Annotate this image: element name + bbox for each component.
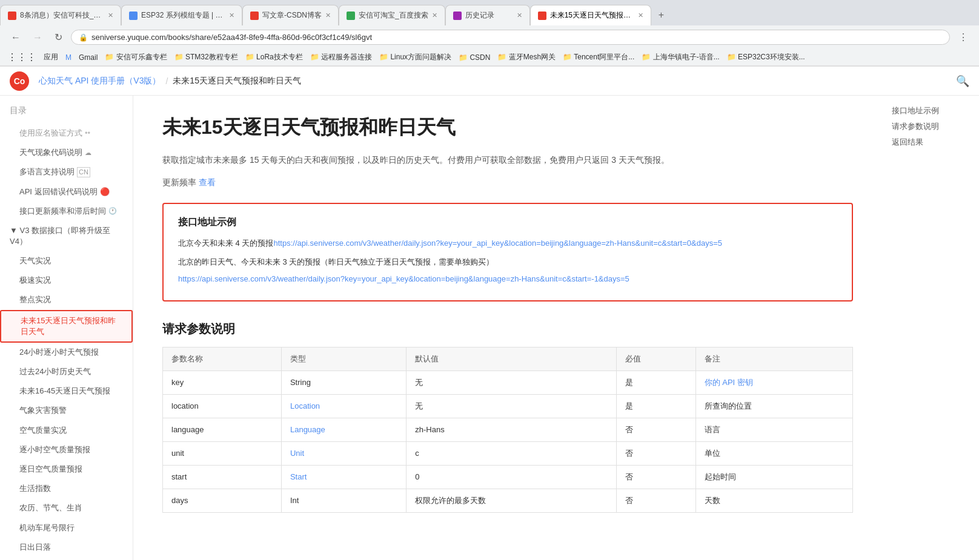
table-row: key String 无 是 你的 API 密钥 [163, 371, 853, 394]
tab-close-5[interactable]: ✕ [517, 12, 522, 19]
sidebar-item-car-limit[interactable]: 机动车尾号限行 [0, 518, 133, 538]
address-bar[interactable]: 🔒 [71, 30, 950, 45]
tab-favicon-2 [129, 12, 138, 20]
api-link-2[interactable]: https://api.seniverse.com/v3/weather/dai… [178, 274, 629, 283]
bookmark-apps[interactable]: 应用 [44, 52, 58, 62]
tab-close-2[interactable]: ✕ [229, 12, 234, 19]
sidebar-item-weather-icon[interactable]: 天气现象代码说明 ☁ [0, 143, 133, 162]
bookmark-mesh[interactable]: 📁 蓝牙Mesh网关 [497, 52, 556, 62]
breadcrumb-parent[interactable]: 心知天气 API 使用手册（V3版） [39, 76, 161, 87]
param-default-language: zh-Hans [407, 418, 617, 441]
param-note-unit: 单位 [695, 441, 852, 465]
v3-group-label: ▼ V3 数据接口（即将升级至V4） [10, 225, 123, 247]
bookmark-tencent[interactable]: 📁 Tencent阿里平台... [563, 52, 634, 62]
tab-favicon-5 [453, 12, 462, 20]
sidebar-item-update-freq[interactable]: 接口更新频率和滞后时间 🕐 [0, 202, 133, 221]
api-key-link[interactable]: 你的 API 密钥 [705, 378, 753, 387]
browser-search-button[interactable]: ⋮ [955, 29, 972, 45]
param-note-key: 你的 API 密钥 [695, 371, 852, 394]
sidebar-item-api-error[interactable]: API 返回错误代码说明 🔴 [0, 182, 133, 202]
sidebar-item-weather-24h[interactable]: 24小时逐小时天气预报 [0, 343, 133, 362]
browser-tab-3[interactable]: 写文章-CSDN博客 ✕ [242, 5, 339, 25]
header-search-icon[interactable]: 🔍 [956, 74, 969, 88]
browser-tab-1[interactable]: 8条消息）安信可科技_安信可... ✕ [0, 5, 121, 25]
toc-item-api-example[interactable]: 接口地址示例 [892, 105, 969, 116]
sidebar-item-weather-15day[interactable]: 未来15天逐日天气预报和昨日天气 [0, 310, 133, 343]
unit-type-link[interactable]: Unit [290, 449, 304, 458]
param-name-unit: unit [163, 441, 282, 465]
tab-label-3: 写文章-CSDN博客 [262, 10, 322, 21]
bookmark-gmail[interactable]: Gmail [79, 53, 98, 62]
address-input[interactable] [91, 33, 942, 42]
sidebar-item-weather-fast[interactable]: 极速实况 [0, 271, 133, 290]
sidebar-item-air-hourly[interactable]: 逐小时空气质量预报 [0, 440, 133, 460]
browser-tab-4[interactable]: 安信可淘宝_百度搜索 ✕ [339, 5, 445, 25]
browser-tab-2[interactable]: ESP32 系列模组专题 | 安信可科... ✕ [121, 5, 242, 25]
tab-favicon-3 [250, 12, 259, 20]
sidebar-item-weather-now[interactable]: 天气实况 [0, 251, 133, 271]
update-freq-text: 更新频率 [162, 177, 196, 187]
param-type-location: Location [281, 394, 406, 418]
update-freq-line: 更新频率 查看 [162, 177, 853, 188]
tab-label-2: ESP32 系列模组专题 | 安信可科... [141, 10, 225, 21]
param-required-location: 是 [617, 394, 696, 418]
browser-tab-5[interactable]: 历史记录 ✕ [445, 5, 530, 25]
forward-button[interactable]: → [29, 30, 46, 45]
bookmark-stm32[interactable]: 📁 STM32教程专栏 [174, 52, 238, 62]
param-note-start: 起始时间 [695, 465, 852, 489]
bookmark-linux[interactable]: 📁 Linux方面问题解决 [379, 52, 451, 62]
param-note-language: 语言 [695, 418, 852, 441]
bookmarks-bar: ⋮⋮⋮ 应用 M Gmail 📁 安信可乐鑫专栏 📁 STM32教程专栏 📁 L… [0, 49, 979, 66]
tab-close-1[interactable]: ✕ [108, 12, 113, 19]
apps-icon[interactable]: ⋮⋮⋮ [7, 51, 36, 63]
bookmark-csdn[interactable]: 📁 CSDN [459, 53, 490, 62]
sidebar-item-weather-disaster[interactable]: 气象灾害预警 [0, 401, 133, 420]
tab-close-4[interactable]: ✕ [432, 12, 437, 19]
breadcrumb-current: 未来15天逐日天气预报和昨日天气 [173, 76, 301, 87]
language-type-link[interactable]: Language [290, 425, 325, 434]
sidebar-item-sunrise[interactable]: 日出日落 [0, 538, 133, 557]
sidebar-item-auth[interactable]: 使用应名验证方式 •• [0, 124, 133, 143]
bookmark-anxinke[interactable]: 📁 安信可乐鑫专栏 [105, 52, 167, 62]
browser-chrome: 8条消息）安信可科技_安信可... ✕ ESP32 系列模组专题 | 安信可科.… [0, 0, 979, 67]
sidebar-item-moon[interactable]: 月出月落和月相 [0, 557, 133, 560]
sidebar-item-weather-hourly[interactable]: 整点实况 [0, 290, 133, 309]
sidebar-item-life-index[interactable]: 生活指数 [0, 479, 133, 498]
toc-item-params[interactable]: 请求参数说明 [892, 121, 969, 132]
tab-close-3[interactable]: ✕ [325, 12, 331, 19]
browser-tabs: 8条消息）安信可科技_安信可... ✕ ESP32 系列模组专题 | 安信可科.… [0, 0, 979, 25]
update-freq-link[interactable]: 查看 [199, 177, 216, 187]
sidebar-item-air-quality[interactable]: 空气质量实况 [0, 421, 133, 440]
location-type-link[interactable]: Location [290, 401, 320, 410]
param-default-location: 无 [407, 394, 617, 418]
sidebar-item-multilang[interactable]: 多语言支持说明 CN [0, 162, 133, 182]
table-row: days Int 权限允许的最多天数 否 天数 [163, 489, 853, 512]
tab-close-6[interactable]: ✕ [638, 12, 643, 19]
param-name-key: key [163, 371, 282, 394]
sidebar-item-air-daily[interactable]: 逐日空气质量预报 [0, 460, 133, 479]
col-header-required: 必值 [617, 347, 696, 371]
start-type-link[interactable]: Start [290, 472, 307, 481]
back-button[interactable]: ← [7, 30, 24, 45]
sidebar-item-calendar[interactable]: 农历、节气、生肖 [0, 498, 133, 518]
bookmark-shanghai[interactable]: 📁 上海华镇电子-语音... [642, 52, 719, 62]
new-tab-button[interactable]: + [651, 5, 671, 25]
tab-favicon-4 [347, 12, 355, 20]
tab-label-4: 安信可淘宝_百度搜索 [359, 10, 428, 21]
sidebar-item-weather-history[interactable]: 过去24小时历史天气 [0, 362, 133, 381]
right-toc: 接口地址示例 请求参数说明 返回结果 [882, 96, 979, 560]
sidebar-title: 目录 [0, 105, 133, 124]
bookmark-esp32c3[interactable]: 📁 ESP32C3环境安装... [727, 52, 805, 62]
toc-item-result[interactable]: 返回结果 [892, 137, 969, 148]
api-link-1[interactable]: https://api.seniverse.com/v3/weather/dai… [273, 239, 722, 248]
browser-tab-6[interactable]: 未来15天逐日天气预报和昨日天... ✕ [530, 5, 651, 25]
table-row: language Language zh-Hans 否 语言 [163, 418, 853, 441]
param-required-unit: 否 [617, 441, 696, 465]
tab-label-1: 8条消息）安信可科技_安信可... [20, 10, 104, 21]
sidebar-group-v3[interactable]: ▼ V3 数据接口（即将升级至V4） [0, 221, 133, 251]
breadcrumb: 心知天气 API 使用手册（V3版） / 未来15天逐日天气预报和昨日天气 [39, 76, 301, 87]
bookmark-remote[interactable]: 📁 远程服务器连接 [310, 52, 372, 62]
bookmark-lora[interactable]: 📁 LoRa技术专栏 [245, 52, 303, 62]
reload-button[interactable]: ↻ [51, 29, 66, 45]
sidebar-item-weather-16-45[interactable]: 未来16-45天逐日天气预报 [0, 381, 133, 401]
